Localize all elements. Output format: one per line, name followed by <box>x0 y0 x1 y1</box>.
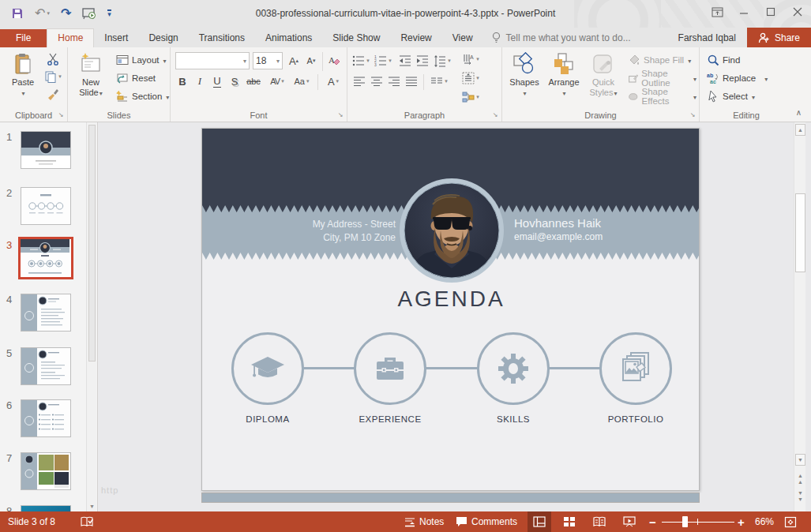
slide-editing-surface[interactable]: My Address - Street City, PM 10 Zone Hov… <box>201 128 700 491</box>
share-button[interactable]: Share <box>747 28 811 47</box>
maximize-button[interactable] <box>757 0 784 24</box>
replace-button[interactable]: abac Replace <box>704 69 770 86</box>
svg-text:3: 3 <box>374 62 377 67</box>
new-slide-button[interactable]: New Slide <box>71 51 111 103</box>
main-scrollbar[interactable]: ▲ ▼ ▲▲ ▼▼ <box>794 122 805 511</box>
clear-formatting-button[interactable]: A <box>325 52 343 69</box>
slide-sorter-view-button[interactable] <box>558 511 581 532</box>
agenda-item-diploma[interactable] <box>231 332 304 405</box>
copy-button[interactable]: ▾ <box>44 68 62 85</box>
grow-font-button[interactable]: A▴ <box>286 52 302 69</box>
next-slide-button[interactable]: ▼▼ <box>795 490 805 504</box>
scroll-down-button[interactable]: ▼ <box>795 454 805 466</box>
spell-check-button[interactable] <box>81 511 94 532</box>
font-dialog-launcher[interactable] <box>336 111 344 119</box>
scroll-up-button[interactable]: ▲ <box>795 124 805 136</box>
change-case-button[interactable]: Aa▾ <box>291 73 313 90</box>
align-left-button[interactable] <box>351 73 368 90</box>
font-size-combo[interactable]: 18▾ <box>253 52 283 69</box>
font-name-combo[interactable]: ▾ <box>175 52 250 69</box>
shapes-button[interactable]: Shapes <box>505 51 543 103</box>
shrink-font-button[interactable]: A▾ <box>303 52 319 69</box>
svg-text:ab: ab <box>707 73 713 78</box>
line-spacing-button[interactable]: ▾ <box>431 52 453 69</box>
zoom-level[interactable]: 66% <box>755 511 774 532</box>
zoom-out-button[interactable]: − <box>649 511 656 532</box>
text-shadow-button[interactable]: S <box>226 73 243 90</box>
tab-animations[interactable]: Animations <box>255 29 322 47</box>
bullets-button[interactable]: ▾ <box>351 52 371 69</box>
comments-button[interactable]: Comments <box>456 511 517 532</box>
quick-styles-button[interactable]: Quick Styles <box>584 51 622 103</box>
normal-view-button[interactable] <box>528 511 551 532</box>
zoom-slider-track[interactable] <box>662 522 734 523</box>
fit-slide-to-window-button[interactable] <box>784 511 797 532</box>
text-direction-button[interactable]: A▾ <box>458 51 483 68</box>
tab-file[interactable]: File <box>0 29 47 47</box>
convert-to-smartart-button[interactable]: ▾ <box>458 88 483 106</box>
tab-insert[interactable]: Insert <box>94 29 138 47</box>
columns-button[interactable]: ▾ <box>428 73 450 90</box>
zoom-in-button[interactable]: + <box>738 511 745 532</box>
numbering-button[interactable]: 123▾ <box>373 52 393 69</box>
reading-view-button[interactable] <box>588 511 611 532</box>
section-button[interactable]: Section <box>114 88 171 104</box>
zoom-slider-thumb[interactable] <box>682 516 688 527</box>
slide-show-view-button[interactable] <box>618 511 641 532</box>
agenda-label-portfolio: PORTFOLIO <box>584 414 687 424</box>
notes-button[interactable]: Notes <box>404 511 444 532</box>
bold-button[interactable]: B <box>174 73 191 90</box>
align-right-button[interactable] <box>385 73 403 90</box>
collapse-ribbon-button[interactable]: ∧ <box>796 108 802 117</box>
arrange-button[interactable]: Arrange <box>545 51 583 103</box>
cut-button[interactable] <box>44 51 62 68</box>
font-color-button[interactable]: A▾ <box>322 73 344 90</box>
paragraph-dialog-launcher[interactable] <box>491 111 499 119</box>
align-center-button[interactable] <box>368 73 385 90</box>
thumbnail-scroll-down-button[interactable]: ▼ <box>87 501 97 511</box>
slide-heading[interactable]: AGENDA <box>202 287 700 312</box>
account-name[interactable]: Farshad Iqbal <box>667 29 747 47</box>
thumbnail-scrollbar-thumb[interactable] <box>88 125 96 362</box>
shape-effects-button[interactable]: Shape Effects <box>625 88 699 104</box>
shape-outline-button[interactable]: Shape Outline <box>625 69 699 86</box>
agenda-item-portfolio[interactable] <box>599 332 672 405</box>
agenda-item-skills[interactable] <box>477 332 550 405</box>
tab-view[interactable]: View <box>442 29 483 47</box>
ribbon-display-options-button[interactable] <box>704 0 730 24</box>
previous-slide-button[interactable]: ▲▲ <box>795 473 805 487</box>
find-label: Find <box>723 55 740 65</box>
clipboard-dialog-launcher[interactable] <box>57 111 65 119</box>
agenda-item-experience[interactable] <box>354 332 426 405</box>
address-textbox[interactable]: My Address - Street City, PM 10 Zone <box>313 218 396 245</box>
find-button[interactable]: Find <box>704 51 742 68</box>
close-button[interactable] <box>784 0 811 24</box>
tab-review[interactable]: Review <box>390 29 441 47</box>
tab-transitions[interactable]: Transitions <box>189 29 255 47</box>
align-text-button[interactable]: ▾ <box>458 69 483 87</box>
tab-design[interactable]: Design <box>138 29 188 47</box>
justify-button[interactable] <box>403 73 420 90</box>
layout-button[interactable]: Layout <box>114 51 169 68</box>
shape-fill-button[interactable]: Shape Fill <box>625 51 693 68</box>
tell-me-box[interactable]: Tell me what you want to do... <box>483 28 639 47</box>
tab-home[interactable]: Home <box>47 28 94 47</box>
increase-indent-button[interactable] <box>414 52 431 69</box>
select-button[interactable]: Select <box>704 88 757 104</box>
underline-button[interactable]: U <box>208 73 226 90</box>
profile-photo[interactable] <box>400 178 504 283</box>
reset-button[interactable]: Reset <box>114 69 158 86</box>
tab-slide-show[interactable]: Slide Show <box>322 29 390 47</box>
paste-button[interactable]: Paste <box>3 51 43 103</box>
italic-button[interactable]: I <box>191 73 208 90</box>
format-painter-button[interactable] <box>44 85 62 103</box>
character-spacing-button[interactable]: AV▾ <box>265 73 289 90</box>
drawing-dialog-launcher[interactable] <box>689 111 696 119</box>
strikethrough-button[interactable]: abc <box>243 73 264 90</box>
thumbnail-scrollbar[interactable]: ▼ <box>86 122 96 511</box>
slide-indicator[interactable]: Slide 3 of 8 <box>8 511 55 532</box>
scrollbar-thumb[interactable] <box>795 193 805 272</box>
decrease-indent-button[interactable] <box>396 52 414 69</box>
minimize-button[interactable] <box>730 0 757 24</box>
person-textbox[interactable]: Hovhannes Haik email@example.com <box>514 215 603 244</box>
